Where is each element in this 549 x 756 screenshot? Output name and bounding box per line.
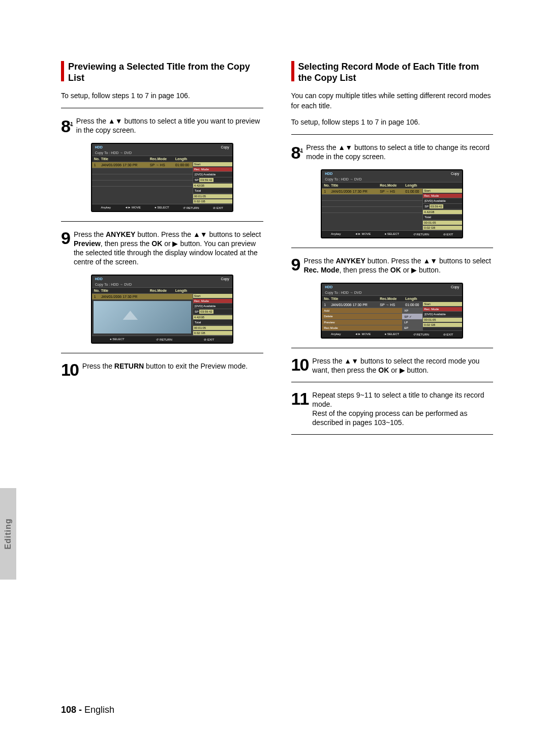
page-language: English: [84, 705, 114, 715]
osd-copy-label: Copy: [221, 145, 229, 149]
osd-foot-select: ● SELECT: [385, 232, 400, 236]
col-title: Title: [101, 289, 150, 292]
left-step-10: 10 Press the RETURN button to exit the P…: [61, 361, 263, 378]
osd-table-body: 1 JAN/01/2006 17:30 PR SP → HS 01:00:00: [92, 162, 193, 204]
osd-avail-time: 03:59:42: [199, 310, 213, 314]
mode-option: SP: [404, 315, 408, 318]
osd-row-1: 1 JAN/01/2006 17:30 PR SP → HS 01:00:00: [322, 188, 422, 194]
right-step-8: 8-1 Press the ▲▼ buttons to select a tit…: [291, 143, 494, 161]
osd-avail-size: 4.42GB: [193, 315, 232, 320]
osd-row-empty: [322, 213, 422, 219]
t: or ▶ button.: [389, 366, 429, 374]
osd-total-size: 0.02 GB: [193, 199, 232, 204]
col-title: Title: [331, 184, 380, 187]
osd-table-header: No. Title Rec.Mode Length: [92, 287, 232, 293]
osd-foot-anykey: Anykey: [331, 232, 341, 236]
side-tab-label: Editing: [4, 518, 13, 549]
osd-side-panel: Start Rec. Mode [DVD] Available SP 03:59…: [193, 293, 232, 336]
step-text: Repeat steps 9~11 to select a title to c…: [312, 390, 493, 427]
osd-foot-exit: ⊘ EXIT: [443, 332, 453, 336]
step-text: Press the ANYKEY button. Press the ▲▼ bu…: [74, 230, 263, 266]
cell-length: 01:00:00: [405, 190, 420, 193]
cell-title: JAN/01/2006 17:30 PR: [331, 303, 380, 307]
osd-copyto: Copy To : HDD → DVD: [322, 176, 462, 182]
page-footer: 108 - English: [61, 705, 114, 715]
osd-side-panel: Start Rec. Mode [DVD] Available SP 03:59…: [422, 188, 462, 230]
divider: [61, 108, 263, 108]
col-no: No.: [94, 289, 101, 292]
t: button to exit the Preview mode.: [144, 362, 248, 370]
col-no: No.: [324, 297, 331, 300]
cell-no: 1: [94, 163, 101, 167]
osd-total-size: 0.02 GB: [193, 331, 232, 336]
osd-foot-anykey: Anykey: [331, 332, 341, 336]
osd-foot-select: ● SELECT: [155, 206, 169, 209]
left-heading-text: Previewing a Selected Title from the Cop…: [68, 61, 263, 83]
osd-copy-label: Copy: [451, 172, 459, 175]
osd-foot-return: ↺ RETURN: [156, 338, 172, 341]
osd-copy-label: Copy: [221, 277, 229, 281]
step-text: Press the ANYKEY button. Press the ▲▼ bu…: [303, 256, 493, 275]
osd-start-button: Start: [423, 189, 462, 193]
t-bold: ANYKEY: [336, 257, 365, 265]
osd-table-body: 1 JAN/01/2006 17:30 PR SP → HS 01:00:00: [322, 188, 422, 230]
cell-title: JAN/01/2006 17:30 PR: [331, 190, 380, 193]
t: Press the: [74, 230, 106, 238]
osd-row-empty: [322, 200, 422, 206]
heading-bar-icon: [61, 61, 64, 81]
cell-recmode: SP → HS: [150, 163, 175, 167]
osd-row-empty: [322, 194, 422, 200]
divider: [291, 248, 494, 248]
osd-total-size: 0.02 GB: [423, 323, 462, 327]
osd-footer: Anykey ◄► MOVE ● SELECT ↺ RETURN ⊘ EXIT: [92, 204, 232, 211]
osd-mode: SP: [195, 310, 199, 313]
cell-title: JAN/01/2006 17:30 PR: [101, 163, 150, 167]
osd-copy-label: Copy: [451, 285, 459, 289]
osd-screenshot-3: HDD Copy Copy To : HDD → DVD No. Title R…: [321, 169, 463, 238]
page-number: 108 -: [61, 705, 82, 715]
osd-side-panel: Start Rec. Mode [DVD] Available SP 03:59…: [193, 162, 232, 204]
right-heading: Selecting Record Mode of Each Title from…: [291, 61, 494, 83]
right-intro-2: To setup, follow steps 1 to 7 in page 10…: [291, 117, 494, 127]
t-bold: ANYKEY: [106, 230, 135, 238]
osd-screenshot-2: HDD Copy Copy To : HDD → DVD No. Title R…: [91, 275, 233, 344]
cell-length: 01:00:00: [405, 303, 420, 307]
osd-total-time: 00:01:05: [193, 194, 232, 199]
col-length: Length: [405, 184, 460, 187]
osd-recmode-button: Rec. Mode: [423, 194, 462, 198]
t: button. Press the ▲▼ buttons to select: [365, 257, 491, 265]
cell-no: 1: [324, 303, 331, 307]
osd-source-label: HDD: [325, 285, 332, 289]
osd-avail-size: 4.42GB: [193, 184, 232, 188]
divider: [291, 348, 494, 348]
osd-copyto: Copy To : HDD → DVD: [92, 150, 232, 156]
osd-foot-exit: ⊘ EXIT: [443, 232, 453, 236]
osd-footer: Anykey ◄► MOVE ● SELECT ↺ RETURN ⊘ EXIT: [322, 230, 462, 237]
heading-bar-icon: [291, 61, 294, 81]
osd-foot-move: ◄► MOVE: [355, 232, 371, 236]
left-column: Previewing a Selected Title from the Cop…: [61, 61, 263, 443]
osd-foot-move: ◄► MOVE: [125, 206, 140, 209]
osd-available: [DVD] Available: [193, 172, 232, 177]
osd-total-time: 00:01:05: [423, 221, 462, 225]
osd-copyto: Copy To : HDD → DVD: [322, 290, 462, 295]
mode-option: EP: [402, 325, 422, 330]
osd-menu-recmode: Rec.ModeEP: [322, 325, 422, 330]
left-intro: To setup, follow steps 1 to 7 in page 10…: [61, 90, 263, 101]
step-sup: -1: [299, 148, 302, 154]
t: , then press the: [339, 266, 390, 274]
step-text: Press the ▲▼ buttons to select a title t…: [306, 143, 493, 161]
osd-start-button: Start: [193, 162, 232, 167]
osd-row-empty: [92, 168, 193, 174]
step-number: 8-1: [61, 116, 72, 134]
content-columns: Previewing a Selected Title from the Cop…: [61, 61, 493, 443]
osd-foot-move: ◄► MOVE: [355, 332, 371, 336]
left-heading: Previewing a Selected Title from the Cop…: [61, 61, 263, 83]
osd-side-panel: Start Rec. Mode [DVD] Available 00:01:05…: [422, 301, 462, 330]
osd-foot-return: ↺ RETURN: [413, 332, 430, 336]
osd-foot-exit: ⊘ EXIT: [213, 206, 223, 209]
divider: [61, 221, 263, 222]
t-bold: OK: [378, 366, 389, 374]
t: , then press the: [101, 239, 151, 248]
osd-foot-return: ↺ RETURN: [183, 206, 199, 209]
